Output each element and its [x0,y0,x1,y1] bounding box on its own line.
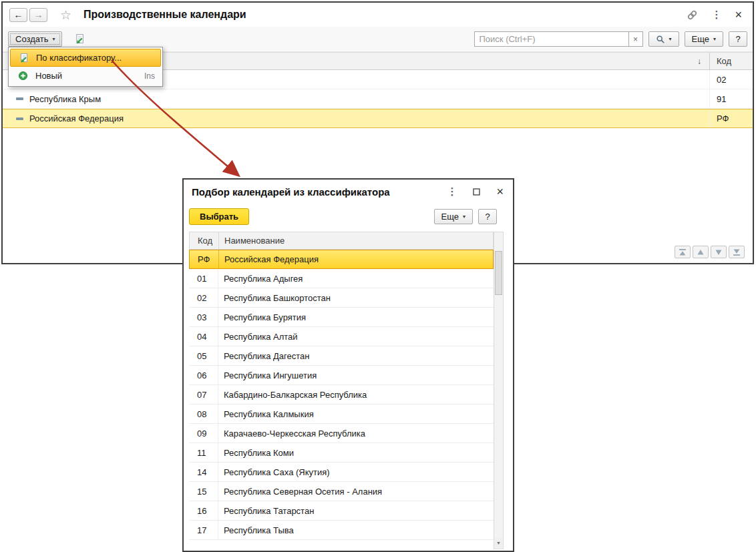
region-code: 02 [189,288,218,307]
select-button[interactable]: Выбрать [189,208,249,225]
table-row[interactable]: 05 Республика Дагестан [189,346,494,366]
region-name: Карачаево-Черкесская Республика [218,424,494,443]
table-row[interactable]: Республика Крым 91 [3,89,753,109]
table-row[interactable]: 11 Республика Коми [189,443,494,463]
help-button-label: ? [735,34,740,44]
table-row[interactable]: 07 Кабардино-Балкарская Республика [189,385,494,404]
region-name: Российская Федерация [219,250,493,268]
region-name: Республика Башкортостан [218,288,494,307]
move-to-top-button[interactable] [675,246,691,258]
window-header: ← → ☆ Производственные календари ⋮ × [3,3,753,27]
name-column-header[interactable]: Наименование [219,232,493,249]
favorite-star-icon[interactable]: ☆ [60,7,71,23]
search-group: × [474,31,643,47]
region-name: Республика Татарстан [218,501,494,520]
dialog-title: Подбор календарей из классификатора [192,186,390,198]
row-name-cell: Республика Крым [3,89,710,108]
more-button-label: Еще [441,212,459,222]
menu-item-shortcut: Ins [144,71,155,81]
region-code: 05 [189,346,218,365]
region-name: Республика Дагестан [218,346,494,365]
create-button-label: Создать [15,34,48,44]
region-code: РФ [190,250,219,268]
create-from-classifier-icon [73,33,85,45]
region-name: Республика Бурятия [218,308,494,326]
region-name: Республика Северная Осетия - Алания [218,482,494,501]
vertical-scrollbar[interactable]: ▼ [494,232,504,549]
table-row[interactable]: 01 Республика Адыгея [189,269,494,288]
create-button[interactable]: Создать ▾ [8,31,62,47]
scroll-down-icon: ▼ [496,541,501,545]
region-code: 03 [189,308,218,326]
table-row[interactable]: 09 Карачаево-Черкесская Республика [189,424,494,443]
region-code: 07 [189,385,218,404]
dialog-toolbar: Выбрать Еще ▾ ? [184,204,513,229]
help-button[interactable]: ? [729,31,747,47]
code-column-header[interactable]: Код [190,232,219,249]
classifier-table: Код Наименование РФ Российская Федерация… [189,232,494,549]
region-code: 01 [189,269,218,288]
region-name: Республика Калмыкия [218,404,494,423]
dialog-header: Подбор календарей из классификатора ⋮ × [184,180,513,204]
table-row[interactable]: 02 Республика Башкортостан [189,288,494,308]
table-row[interactable]: 08 Республика Калмыкия [189,404,494,424]
more-button[interactable]: Еще ▾ [685,31,723,47]
calendar-name: Российская Федерация [29,113,124,123]
move-to-bottom-icon [732,248,741,256]
link-icon[interactable] [687,9,698,21]
page-title: Производственные календари [83,9,246,21]
calendar-name: Республика Крым [29,94,101,104]
search-icon [656,35,665,44]
region-code: 15 [189,482,218,501]
region-name: Республика Алтай [218,327,494,346]
move-down-button[interactable] [711,246,727,258]
menu-item-new[interactable]: Новый Ins [10,67,161,85]
create-from-classifier-button[interactable] [69,31,89,47]
window-header-actions: ⋮ × [687,8,746,22]
table-row[interactable]: 06 Республика Ингушетия [189,366,494,385]
close-icon[interactable]: × [496,185,504,199]
table-row[interactable]: 03 Республика Бурятия [189,308,494,327]
region-code: 08 [189,404,218,423]
search-settings-button[interactable]: ▾ [648,31,679,47]
region-name: Республика Саха (Якутия) [218,463,494,481]
move-up-icon [696,248,705,256]
back-button[interactable]: ← [9,8,27,22]
scroll-down-button[interactable]: ▼ [495,538,502,548]
calendar-code: 91 [710,89,753,108]
maximize-icon[interactable] [473,188,480,196]
table-row[interactable]: Российская Федерация РФ [3,109,753,128]
move-to-bottom-button[interactable] [729,246,745,258]
table-row[interactable]: 14 Республика Саха (Якутия) [189,463,494,482]
table-row[interactable]: РФ Российская Федерация [189,250,494,269]
move-up-button[interactable] [693,246,709,258]
chevron-down-icon: ▾ [52,36,55,42]
table-row[interactable]: 17 Республика Тыва [189,521,494,540]
forward-button[interactable]: → [29,8,47,22]
kebab-menu-icon[interactable]: ⋮ [711,9,721,21]
dialog-toolbar-right: Еще ▾ ? [434,209,508,224]
region-code: 04 [189,327,218,346]
table-row[interactable]: 04 Республика Алтай [189,327,494,346]
more-button[interactable]: Еще ▾ [434,209,473,224]
help-button[interactable]: ? [478,209,497,224]
region-code: 09 [189,424,218,443]
clear-search-icon: × [633,35,638,44]
region-code: 06 [189,366,218,384]
menu-item-by-classifier[interactable]: По классификатору... [10,49,161,67]
clear-search-button[interactable]: × [629,31,643,47]
menu-item-label: Новый [35,71,62,81]
select-button-label: Выбрать [200,212,238,222]
region-name: Кабардино-Балкарская Республика [218,385,494,404]
calendar-code: РФ [710,109,753,127]
code-column-header[interactable]: Код [710,53,753,69]
move-to-top-icon [678,248,687,256]
table-row[interactable]: 16 Республика Татарстан [189,501,494,521]
kebab-menu-icon[interactable]: ⋮ [447,186,457,198]
help-button-label: ? [485,212,490,222]
scrollbar-thumb[interactable] [495,251,502,295]
search-input[interactable] [474,31,629,47]
close-icon[interactable]: × [735,8,742,22]
region-name: Республика Адыгея [218,269,494,288]
table-row[interactable]: 15 Республика Северная Осетия - Алания [189,482,494,501]
